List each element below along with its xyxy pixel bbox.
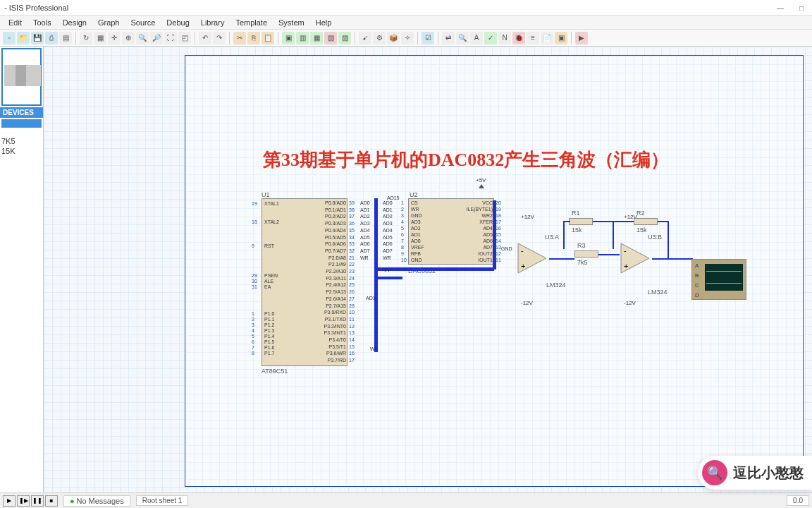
bus-wire	[374, 198, 378, 352]
watermark-text: 逗比小憨憨	[733, 464, 804, 483]
status-coord: 0.0	[787, 495, 809, 506]
status-messages: ● No Messages	[63, 495, 130, 507]
toolbar-zoomarea-icon[interactable]: ◰	[178, 32, 191, 44]
toolbar-undo-icon[interactable]: ↶	[199, 32, 211, 44]
toolbar-assign-icon[interactable]: A	[470, 32, 483, 44]
toolbar-refresh-icon[interactable]: ↻	[80, 32, 92, 44]
overview-preview[interactable]	[1, 48, 42, 106]
toolbar-block2-icon[interactable]: ▥	[296, 32, 309, 44]
toolbar-search-icon[interactable]: 🔍	[456, 32, 469, 44]
maximize-button[interactable]: □	[791, 0, 812, 16]
toolbar-block4-icon[interactable]: ▧	[324, 32, 337, 44]
toolbar-toggle-icon[interactable]: ☑	[422, 32, 434, 44]
opamp-u3a[interactable]: -+	[515, 241, 550, 276]
svg-text:+: +	[624, 262, 628, 270]
toolbar-save-icon[interactable]: 💾	[31, 32, 44, 44]
sim-step-button[interactable]: ❚▶	[17, 495, 30, 507]
toolbar-zoomout-icon[interactable]: 🔎	[150, 32, 163, 44]
schematic-title: 第33期基于单片机的DAC0832产生三角波（汇编）	[263, 147, 669, 172]
watermark-search-icon: 🔍	[702, 460, 727, 485]
net-wr: WR	[370, 346, 379, 351]
power-p12v: +12V	[521, 214, 534, 220]
scope-ch-c: C	[695, 282, 699, 289]
scope-ch-d: D	[695, 292, 699, 298]
u3a-ref: U3:A	[545, 234, 559, 241]
toolbar-report-icon[interactable]: 📄	[541, 32, 553, 44]
resistor-r2[interactable]	[634, 218, 658, 225]
sim-pause-button[interactable]: ❚❚	[31, 495, 44, 507]
toolbar-new-icon[interactable]: ▫	[3, 32, 16, 44]
menu-graph[interactable]: Graph	[92, 17, 125, 28]
wire	[563, 221, 565, 249]
wire	[658, 221, 668, 222]
toolbar-redo-icon[interactable]: ↷	[213, 32, 226, 44]
r2-val: 15k	[636, 226, 647, 234]
toolbar-bug-icon[interactable]: 🐞	[512, 32, 525, 44]
minimize-button[interactable]: —	[770, 0, 791, 16]
toolbar-block1-icon[interactable]: ▣	[282, 32, 295, 44]
toolbar-paste-icon[interactable]: 📋	[262, 32, 274, 44]
menu-help[interactable]: Help	[310, 17, 338, 28]
wire	[598, 254, 620, 255]
power-n12v: -12V	[521, 300, 533, 306]
sim-stop-button[interactable]: ■	[45, 495, 58, 507]
toolbar-wire-icon[interactable]: ⇄	[442, 32, 455, 44]
wire	[613, 221, 614, 249]
toolbar-zoomin-icon[interactable]: 🔍	[136, 32, 149, 44]
toolbar-origin-icon[interactable]: ✛	[108, 32, 121, 44]
toolbar-play-icon[interactable]: ▶	[575, 32, 588, 44]
menu-debug[interactable]: Debug	[161, 17, 195, 28]
toolbar-zoomall-icon[interactable]: ⛶	[164, 32, 177, 44]
toolbar-make-icon[interactable]: ⚙	[373, 32, 386, 44]
menu-edit[interactable]: Edit	[3, 17, 27, 28]
toolbar-bom-icon[interactable]: ≡	[527, 32, 539, 44]
menu-tools[interactable]: Tools	[27, 17, 57, 28]
menu-system[interactable]: System	[273, 17, 310, 28]
sim-play-button[interactable]: ▶	[3, 495, 16, 507]
svg-text:-: -	[624, 246, 627, 255]
toolbar: ▫ 📁 💾 ⎙ ▤ ↻ ▦ ✛ ⊕ 🔍 🔎 ⛶ ◰ ↶ ↷ ✂ ⎘ 📋 ▣ ▥ …	[0, 30, 812, 47]
toolbar-open-icon[interactable]: 📁	[17, 32, 30, 44]
bus-wire	[374, 277, 402, 279]
toolbar-print-icon[interactable]: ⎙	[45, 32, 58, 44]
toolbar-copy-icon[interactable]: ⎘	[247, 32, 260, 44]
toolbar-block5-icon[interactable]: ▨	[338, 32, 351, 44]
title-bar: - ISIS Professional — □	[0, 0, 812, 16]
status-bar: ▶ ❚▶ ❚❚ ■ ● No Messages Root sheet 1 0.0	[0, 492, 812, 508]
toolbar-package-icon[interactable]: 📦	[387, 32, 400, 44]
devices-list[interactable]: 7K5 15K	[0, 118, 43, 492]
device-item[interactable]: 15K	[1, 146, 42, 156]
schematic-canvas[interactable]: 第33期基于单片机的DAC0832产生三角波（汇编） U1 AT89C51 U2…	[44, 47, 812, 492]
opamp-u3b[interactable]: -+	[618, 241, 653, 276]
u2-ref: U2	[410, 191, 418, 198]
wire	[563, 221, 570, 222]
r3-ref: R3	[577, 242, 586, 249]
menu-library[interactable]: Library	[195, 17, 230, 28]
toolbar-block3-icon[interactable]: ▦	[310, 32, 323, 44]
net-gnd: GND	[501, 246, 512, 251]
toolbar-pick-icon[interactable]: ➹	[359, 32, 371, 44]
device-item-selected[interactable]	[1, 119, 42, 128]
u1-ref: U1	[262, 191, 270, 198]
menu-design[interactable]: Design	[57, 17, 92, 28]
menu-source[interactable]: Source	[125, 17, 161, 28]
toolbar-ares-icon[interactable]: ▣	[555, 32, 567, 44]
toolbar-center-icon[interactable]: ⊕	[122, 32, 135, 44]
resistor-r1[interactable]	[569, 218, 593, 225]
resistor-r3[interactable]	[574, 250, 598, 258]
toolbar-decomp-icon[interactable]: ✧	[401, 32, 414, 44]
menu-template[interactable]: Template	[230, 17, 273, 28]
toolbar-netlist-icon[interactable]: N	[498, 32, 511, 44]
toolbar-erc-icon[interactable]: ✓	[484, 32, 497, 44]
u3b-part: LM324	[648, 289, 668, 296]
toolbar-grid-icon[interactable]: ▦	[94, 32, 106, 44]
r2-ref: R2	[636, 210, 645, 217]
device-item[interactable]: 7K5	[1, 136, 42, 146]
schematic-sheet: 第33期基于单片机的DAC0832产生三角波（汇编） U1 AT89C51 U2…	[185, 55, 804, 487]
oscilloscope[interactable]: A B C D	[691, 259, 746, 300]
r1-val: 15k	[572, 226, 582, 234]
scope-ch-a: A	[695, 262, 699, 269]
watermark-badge: 🔍 逗比小憨憨	[698, 456, 812, 490]
toolbar-cut-icon[interactable]: ✂	[233, 32, 246, 44]
toolbar-area-icon[interactable]: ▤	[59, 32, 72, 44]
